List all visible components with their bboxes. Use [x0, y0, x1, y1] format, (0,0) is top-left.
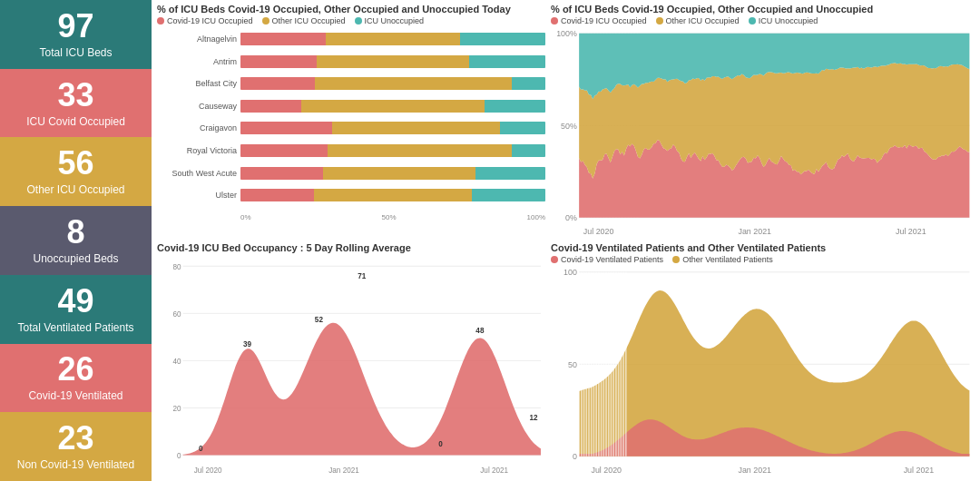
stat-box-icu-covid-occupied: 33ICU Covid Occupied	[0, 69, 152, 138]
stat-box-unoccupied-beds: 8Unoccupied Beds	[0, 206, 152, 275]
legend-item: ICU Unoccupied	[355, 16, 425, 25]
legend-item: Other ICU Occupied	[656, 16, 740, 25]
bar-axis: 0%50%100%	[157, 213, 545, 221]
legend-dot	[672, 256, 680, 263]
main-content: % of ICU Beds Covid-19 Occupied, Other O…	[152, 0, 980, 481]
svg-text:50: 50	[568, 360, 577, 369]
bar-segment	[326, 33, 460, 45]
bar-segment	[240, 167, 323, 180]
stat-box-total-icu-beds: 97Total ICU Beds	[0, 0, 152, 69]
svg-text:71: 71	[358, 270, 366, 280]
stat-num: 97	[57, 10, 93, 43]
bar-track	[240, 122, 545, 134]
bar-track	[240, 189, 545, 201]
legend-item: Covid-19 ICU Occupied	[551, 16, 647, 25]
bar-track	[240, 100, 545, 113]
bar-track	[240, 144, 545, 157]
top-right-title: % of ICU Beds Covid-19 Occupied, Other O…	[551, 4, 975, 15]
bar-row: Belfast City	[157, 77, 545, 90]
bar-segment	[301, 100, 485, 113]
top-right-panel: % of ICU Beds Covid-19 Occupied, Other O…	[551, 4, 975, 239]
stat-box-total-ventilated-patients: 49Total Ventilated Patients	[0, 275, 152, 344]
bar-segment	[500, 122, 545, 134]
legend-dot	[551, 17, 558, 25]
bar-row: Ulster	[157, 189, 545, 201]
legend-item: Covid-19 ICU Occupied	[157, 16, 253, 25]
bar-track	[240, 55, 545, 68]
axis-label: 100%	[527, 213, 545, 221]
bar-segment	[485, 100, 545, 113]
svg-text:Jul 2021: Jul 2021	[904, 466, 935, 475]
svg-text:40: 40	[172, 356, 181, 366]
svg-text:0: 0	[573, 452, 577, 461]
bar-label: Altnagelvin	[157, 34, 237, 44]
legend-label: Covid-19 ICU Occupied	[167, 16, 253, 25]
bar-row: South West Acute	[157, 167, 545, 180]
bar-label: Royal Victoria	[157, 146, 237, 155]
bar-segment	[240, 55, 317, 68]
svg-text:Jul 2021: Jul 2021	[896, 227, 926, 236]
stat-box-covid-19-ventilated: 26Covid-19 Ventilated	[0, 344, 152, 413]
legend-label: Other ICU Occupied	[666, 16, 740, 25]
axis-label: 0%	[240, 213, 251, 221]
svg-text:100: 100	[564, 268, 577, 277]
bar-row: Altnagelvin	[157, 33, 545, 45]
bar-segment	[240, 189, 314, 201]
svg-text:12: 12	[530, 413, 538, 423]
legend-dot	[262, 17, 270, 25]
stat-num: 56	[57, 147, 93, 180]
legend-item: Other Ventilated Patients	[672, 255, 773, 264]
legend-item: Covid-19 Ventilated Patients	[551, 255, 663, 264]
bottom-left-svg: 020406080039527104812Jul 2020Jan 2021Jul…	[157, 255, 545, 477]
legend-label: Covid-19 Ventilated Patients	[561, 255, 663, 264]
bottom-left-title: Covid-19 ICU Bed Occupancy : 5 Day Rolli…	[157, 242, 545, 253]
bottom-row: Covid-19 ICU Bed Occupancy : 5 Day Rolli…	[157, 242, 975, 477]
bottom-right-legend: Covid-19 Ventilated PatientsOther Ventil…	[551, 255, 975, 264]
legend-label: Covid-19 ICU Occupied	[561, 16, 647, 25]
bottom-left-panel: Covid-19 ICU Bed Occupancy : 5 Day Rolli…	[157, 242, 545, 477]
svg-text:0%: 0%	[565, 213, 577, 222]
bar-segment	[472, 189, 545, 201]
bar-row: Royal Victoria	[157, 144, 545, 157]
svg-text:0: 0	[177, 450, 181, 460]
svg-text:Jan 2021: Jan 2021	[328, 465, 359, 475]
stat-label: Non Covid-19 Ventilated	[17, 458, 134, 471]
top-left-panel: % of ICU Beds Covid-19 Occupied, Other O…	[157, 4, 545, 239]
bar-label: Causeway	[157, 102, 237, 111]
bar-segment	[332, 122, 500, 134]
bar-label: Craigavon	[157, 123, 237, 133]
bar-track	[240, 167, 545, 180]
svg-text:48: 48	[475, 326, 484, 336]
bar-segment	[323, 167, 475, 180]
svg-text:50%: 50%	[561, 122, 577, 131]
bottom-right-panel: Covid-19 Ventilated Patients and Other V…	[551, 242, 975, 477]
stat-label: Total Ventilated Patients	[17, 321, 133, 334]
legend-item: Other ICU Occupied	[262, 16, 346, 25]
stat-num: 23	[57, 422, 93, 455]
stat-label: Covid-19 Ventilated	[28, 389, 122, 402]
bar-segment	[314, 189, 473, 201]
svg-text:0: 0	[199, 443, 203, 453]
stat-label: Unoccupied Beds	[33, 252, 118, 265]
bar-segment	[475, 167, 545, 180]
bar-segment	[240, 33, 326, 45]
bottom-right-title: Covid-19 Ventilated Patients and Other V…	[551, 242, 975, 253]
bar-segment	[240, 122, 332, 134]
svg-text:52: 52	[315, 314, 323, 324]
stat-num: 26	[57, 353, 93, 386]
bar-label: Antrim	[157, 57, 237, 66]
bar-track	[240, 33, 545, 45]
legend-dot	[749, 17, 756, 25]
stat-num: 8	[66, 216, 84, 249]
top-row: % of ICU Beds Covid-19 Occupied, Other O…	[157, 4, 975, 239]
top-right-svg: 0%50%100%Jul 2020Jan 2021Jul 2021	[551, 28, 975, 239]
bar-segment	[469, 55, 545, 68]
legend-dot	[157, 17, 164, 25]
bar-segment	[317, 55, 469, 68]
stat-label: Total ICU Beds	[39, 46, 112, 59]
sidebar: 97Total ICU Beds33ICU Covid Occupied56Ot…	[0, 0, 152, 481]
legend-dot	[656, 17, 663, 25]
axis-label: 50%	[382, 213, 397, 221]
bottom-right-svg: 050100Jul 2020Jan 2021Jul 2021	[551, 267, 975, 477]
bar-segment	[240, 100, 301, 113]
